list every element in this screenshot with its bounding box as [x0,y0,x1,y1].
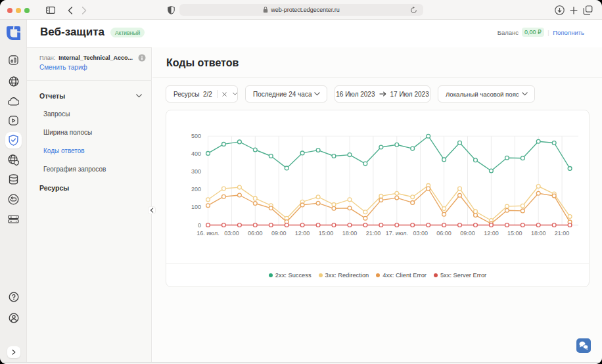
svg-text:03:00: 03:00 [224,230,239,237]
svg-text:500: 500 [191,133,201,139]
svg-text:16. июл.: 16. июл. [197,230,219,237]
svg-text:21:00: 21:00 [366,230,381,237]
svg-text:400: 400 [191,150,201,157]
svg-text:0: 0 [198,222,201,229]
svg-text:06:00: 06:00 [436,230,452,237]
svg-text:06:00: 06:00 [248,230,263,237]
svg-text:03:00: 03:00 [413,230,428,237]
svg-text:15:00: 15:00 [319,230,334,237]
svg-text:17. июл.: 17. июл. [386,230,408,237]
svg-text:09:00: 09:00 [460,230,475,237]
svg-text:200: 200 [191,186,201,193]
svg-text:15:00: 15:00 [507,230,522,237]
svg-text:300: 300 [191,168,201,175]
svg-text:12:00: 12:00 [484,230,499,237]
svg-text:12:00: 12:00 [295,230,310,237]
svg-text:18:00: 18:00 [531,230,546,237]
svg-text:100: 100 [191,204,201,210]
svg-text:21:00: 21:00 [555,230,570,237]
svg-text:18:00: 18:00 [342,230,358,237]
svg-text:09:00: 09:00 [271,230,287,237]
